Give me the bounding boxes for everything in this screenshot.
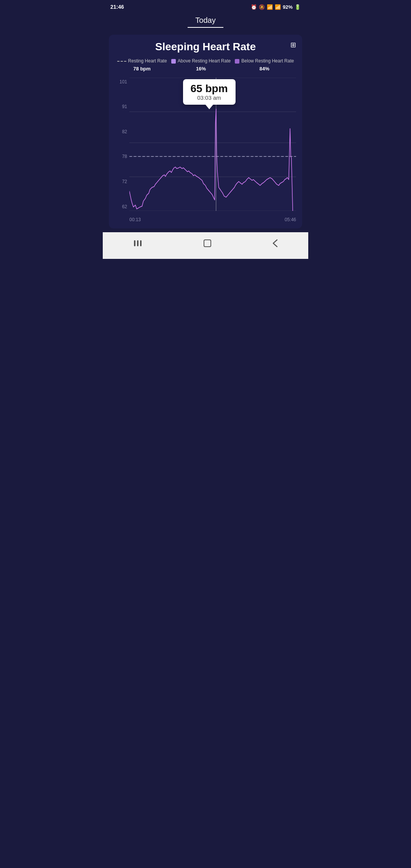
- below-value: 84%: [260, 66, 269, 72]
- y-label-91: 91: [115, 104, 129, 109]
- svg-rect-8: [134, 240, 135, 246]
- svg-rect-11: [204, 240, 211, 247]
- below-label: Below Resting Heart Rate: [241, 58, 294, 64]
- legend-above: Above Resting Heart Rate 16%: [171, 58, 231, 72]
- chart-x-labels: 00:13 05:46: [129, 212, 296, 222]
- tooltip-arrow: [206, 105, 213, 109]
- back-icon: [272, 239, 278, 247]
- wifi-icon: 📶: [267, 4, 273, 10]
- tooltip-container: 65 bpm 03:03 am: [183, 79, 236, 110]
- legend-below: Below Resting Heart Rate 84%: [235, 58, 294, 72]
- resting-value: 78 bpm: [133, 66, 151, 72]
- battery-label: 92%: [283, 4, 293, 10]
- y-label-101: 101: [115, 79, 129, 85]
- x-label-end: 05:46: [285, 217, 296, 222]
- tooltip-bpm: 65 bpm: [191, 83, 228, 95]
- above-label: Above Resting Heart Rate: [178, 58, 231, 64]
- battery-icon: 🔋: [295, 4, 301, 10]
- y-label-72: 72: [115, 179, 129, 184]
- above-dot: [171, 59, 176, 64]
- svg-rect-9: [137, 240, 139, 246]
- tooltip-time: 03:03 am: [191, 94, 228, 101]
- above-value: 16%: [196, 66, 206, 72]
- sleeping-heart-rate-card: ⊞ Sleeping Heart Rate Resting Heart Rate…: [109, 35, 302, 228]
- nav-menu-button[interactable]: [126, 238, 150, 251]
- hamburger-icon: [133, 239, 142, 247]
- y-label-62: 62: [115, 204, 129, 209]
- y-label-82: 82: [115, 129, 129, 134]
- home-icon: [203, 239, 212, 247]
- status-bar: 21:46 ⏰ 🔕 📶 📶 92% 🔋: [103, 0, 308, 12]
- below-dot: [235, 59, 239, 64]
- card-title: Sleeping Heart Rate: [115, 41, 296, 53]
- nav-back-button[interactable]: [265, 238, 285, 251]
- status-time: 21:46: [110, 4, 124, 10]
- x-label-start: 00:13: [129, 217, 141, 222]
- header: Today: [103, 12, 308, 31]
- nav-home-button[interactable]: [196, 238, 219, 251]
- chart-wrapper[interactable]: 65 bpm 03:03 am 101 91 82 78 72 62: [115, 78, 296, 222]
- alarm-icon: ⏰: [251, 4, 257, 10]
- heart-rate-line: [129, 109, 293, 211]
- y-label-78: 78: [115, 154, 129, 159]
- resting-label: Resting Heart Rate: [128, 58, 167, 64]
- page-title: Today: [188, 16, 223, 28]
- nav-bar: [103, 232, 308, 259]
- legend: Resting Heart Rate 78 bpm Above Resting …: [115, 58, 296, 72]
- resting-line-icon: [117, 61, 126, 62]
- signal-icon: 📶: [275, 4, 281, 10]
- expand-icon[interactable]: ⊞: [290, 41, 296, 49]
- tooltip-box: 65 bpm 03:03 am: [183, 79, 236, 105]
- svg-rect-10: [140, 240, 142, 246]
- mute-icon: 🔕: [259, 4, 265, 10]
- status-icons: ⏰ 🔕 📶 📶 92% 🔋: [251, 4, 301, 10]
- chart-y-labels: 101 91 82 78 72 62: [115, 78, 129, 211]
- legend-resting: Resting Heart Rate 78 bpm: [117, 58, 167, 72]
